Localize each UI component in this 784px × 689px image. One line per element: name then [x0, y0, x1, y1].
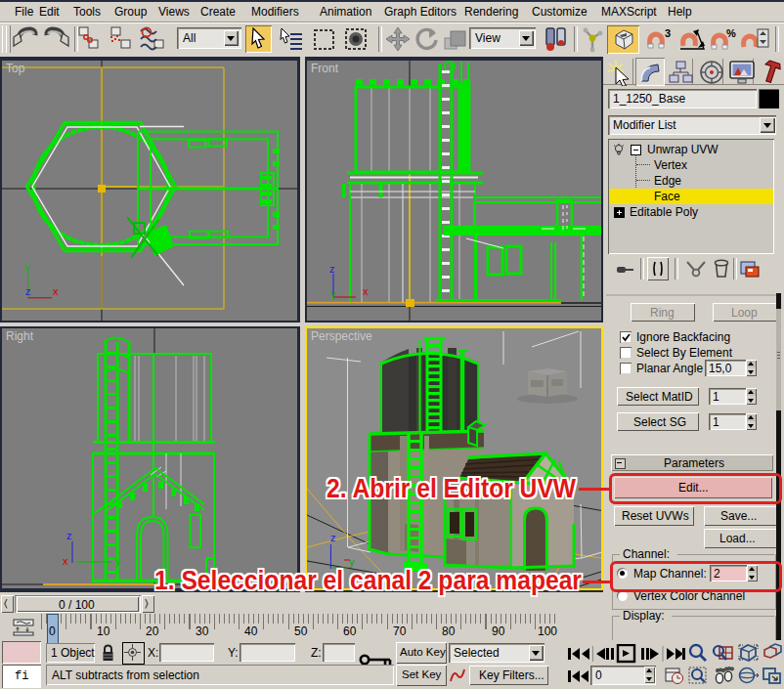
- svg-text:x: x: [53, 285, 59, 297]
- svg-text:x: x: [363, 285, 369, 297]
- svg-text:3: 3: [665, 27, 671, 39]
- svg-text:z: z: [66, 530, 72, 541]
- svg-text:x: x: [63, 555, 68, 567]
- svg-text:z: z: [329, 263, 335, 275]
- svg-text:z: z: [330, 532, 336, 543]
- svg-text:z: z: [25, 285, 31, 297]
- svg-text:%: %: [726, 27, 736, 39]
- svg-text:y: y: [24, 261, 30, 273]
- svg-text:y: y: [330, 288, 336, 300]
- svg-text:y: y: [115, 555, 121, 567]
